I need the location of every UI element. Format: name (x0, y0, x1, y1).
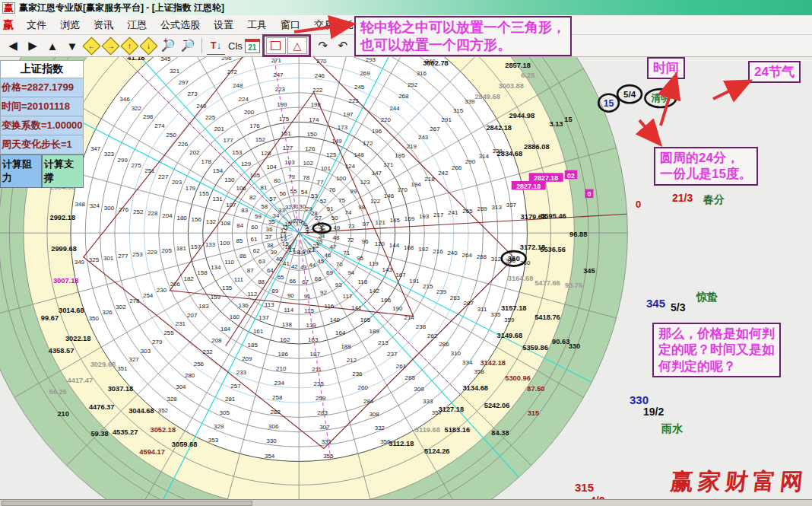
spiral-number: 208 (211, 337, 222, 344)
spiral-number: 101 (321, 165, 331, 172)
side-label-5/3: 5/3 (671, 301, 685, 313)
spiral-number: 35 (268, 218, 275, 225)
spiral-number: 223 (275, 86, 286, 93)
brand-icon: 赢 (3, 18, 14, 32)
spiral-number: 288 (477, 253, 487, 260)
rotate-ccw-icon[interactable]: ↶ (334, 37, 352, 55)
spiral-number: 144 (389, 242, 400, 249)
menu-formula-stock-pick[interactable]: 公式选股 (154, 16, 207, 34)
menu-browse[interactable]: 浏览 (53, 16, 87, 34)
diamond-up-icon[interactable]: ↑ (120, 37, 138, 55)
circled-15: 15 (604, 98, 614, 109)
square-tool-button[interactable] (266, 37, 286, 54)
spiral-number: 206 (170, 281, 181, 288)
price-label: 3029.68 (90, 361, 116, 368)
menu-trade[interactable]: 交易委托 (307, 16, 360, 34)
spiral-number: 333 (423, 398, 433, 405)
price-label: 5359.86 (522, 344, 548, 352)
spiral-number: 334 (462, 359, 473, 366)
spiral-number: 146 (384, 193, 395, 199)
spiral-number: 142 (370, 288, 380, 294)
spiral-number: 335 (490, 311, 501, 318)
spiral-number: 122 (370, 198, 381, 205)
circled-清明: 清明 (650, 93, 670, 103)
spiral-number: 225 (205, 114, 216, 121)
gann-wheel-chart[interactable]: 1234567891011121314151617181920212223242… (0, 57, 812, 499)
spiral-number: 195 (395, 152, 405, 159)
spiral-number: 180 (176, 215, 187, 221)
menu-tools[interactable]: 工具 (240, 16, 274, 34)
spiral-number: 279 (152, 339, 163, 345)
cls-button[interactable]: Cls (228, 40, 243, 52)
spiral-number: 329 (214, 423, 224, 430)
question-annotation: 那么，价格是如何判 定的呢？时间又是如 何判定的呢？ (652, 323, 781, 377)
calc-support-button[interactable]: 计算支撑 (42, 154, 84, 188)
rotate-cw-icon[interactable]: ↷ (314, 37, 332, 55)
menu-settings[interactable]: 设置 (207, 16, 240, 34)
triangle-tool-button[interactable]: △ (287, 37, 307, 54)
spiral-number: 149 (331, 138, 342, 145)
price-label: 56.25 (49, 388, 66, 396)
price-label: 5300.96 (505, 374, 531, 382)
diamond-down-icon[interactable]: ↓ (139, 37, 157, 55)
spiral-number: 186 (278, 351, 289, 358)
diamond-left-icon[interactable]: ← (82, 37, 100, 55)
spiral-number: 243 (418, 134, 429, 141)
spiral-number: 308 (369, 411, 379, 418)
spiral-number: 45 (317, 258, 324, 265)
spiral-number: 32 (285, 204, 292, 211)
spiral-number: 51 (327, 205, 334, 212)
spiral-number: 145 (390, 217, 401, 224)
spiral-number: 112 (248, 291, 258, 298)
price-label: 330 (569, 342, 581, 350)
diamond-right-icon[interactable]: → (101, 37, 119, 55)
coef-row: 变换系数=1.00000 (0, 116, 84, 135)
zoom-out-icon[interactable]: 🔎− (179, 37, 197, 55)
calendar-icon[interactable]: 21 (245, 39, 260, 53)
spiral-number: 152 (255, 136, 266, 143)
spiral-number: 331 (322, 438, 332, 445)
menu-gann[interactable]: 江恩 (120, 16, 154, 34)
price-label: 15 (564, 116, 572, 123)
spiral-number: 339 (465, 98, 475, 105)
menu-window[interactable]: 窗口 (274, 16, 307, 34)
t-down-icon[interactable]: T↓ (207, 37, 225, 55)
price-label: 6.25 (521, 72, 534, 79)
price-label: 3127.18 (439, 406, 465, 413)
calc-resistance-button[interactable]: 计算阻力 (0, 154, 42, 188)
spiral-number: 76 (328, 186, 335, 193)
spiral-number: 95 (357, 255, 363, 262)
spiral-number: 99 (350, 188, 357, 195)
up-icon[interactable]: ▲ (43, 37, 62, 55)
forward-icon[interactable]: ▶ (24, 37, 42, 55)
scrollbar-thumb[interactable] (2, 501, 252, 506)
spiral-number: 215 (423, 283, 433, 290)
spiral-number: 231 (176, 320, 186, 327)
spiral-number: 129 (241, 161, 252, 167)
spiral-number: 262 (427, 333, 438, 339)
menu-file[interactable]: 文件 (20, 16, 53, 34)
spiral-number: 300 (104, 205, 115, 212)
spiral-number: 273 (187, 91, 198, 97)
info-panel: 上证指数 价格=2827.1799 时间=20101118 变换系数=1.000… (0, 60, 84, 188)
spiral-number: 91 (304, 293, 311, 300)
price-label: 96.88 (569, 231, 587, 238)
spiral-number: 349 (75, 259, 85, 266)
spiral-number: 313 (492, 204, 503, 211)
horizontal-scrollbar[interactable] (0, 499, 812, 506)
spiral-number: 290 (465, 159, 476, 166)
spiral-number: 60 (251, 224, 258, 231)
spiral-number: 283 (318, 409, 328, 416)
back-icon[interactable]: ◀ (4, 37, 22, 55)
spiral-number: 325 (89, 256, 100, 263)
circled-360: 360 (508, 254, 521, 263)
spiral-number: 65 (278, 274, 284, 281)
down-icon[interactable]: ▼ (63, 37, 81, 55)
spiral-number: 219 (407, 143, 417, 150)
spiral-number: 66 (289, 278, 296, 285)
spiral-number: 270 (316, 58, 327, 65)
menu-news[interactable]: 资讯 (87, 16, 120, 34)
spiral-number: 162 (280, 336, 290, 343)
price-label: 2834.68 (497, 150, 523, 158)
zoom-in-icon[interactable]: 🔎+ (159, 37, 177, 55)
